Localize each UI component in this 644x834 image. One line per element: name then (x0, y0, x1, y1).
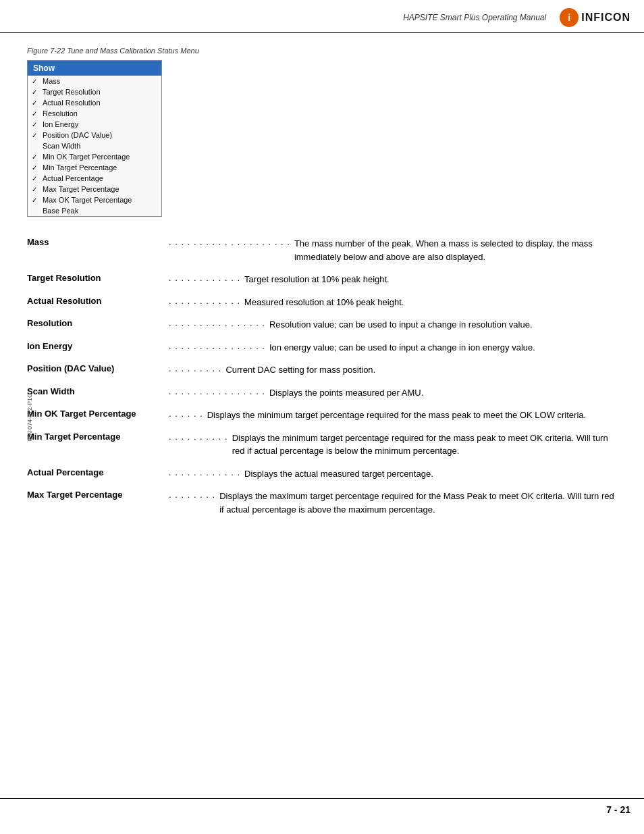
logo-text: INFICON (581, 11, 630, 24)
tune-calibration-menu: Show ✓Mass✓Target Resolution✓Actual Reso… (27, 60, 162, 217)
desc-term: Mass (27, 237, 169, 247)
menu-item[interactable]: ✓Position (DAC Value) (28, 130, 161, 140)
description-row: Actual Resolution . . . . . . . . . . . … (27, 296, 617, 309)
desc-term: Min OK Target Percentage (27, 409, 169, 419)
menu-item[interactable]: ✓Ion Energy (28, 119, 161, 130)
menu-item[interactable]: ✓Resolution (28, 108, 161, 119)
desc-term: Position (DAC Value) (27, 363, 169, 373)
desc-definition: Displays the points measured per AMU. (265, 386, 617, 400)
descriptions-container: Mass . . . . . . . . . . . . . . . . . .… (27, 237, 617, 516)
main-content: Figure 7-22 Tune and Mass Calibration St… (0, 33, 644, 539)
page-number: 7 - 21 (606, 804, 630, 815)
desc-term: Actual Percentage (27, 467, 169, 477)
desc-dots: . . . . . . . . . . . . (169, 467, 240, 477)
page-footer: 7 - 21 (0, 798, 644, 820)
description-row: Ion Energy . . . . . . . . . . . . . . .… (27, 341, 617, 355)
desc-dots: . . . . . . . . . . . . . . . . (169, 386, 265, 396)
desc-term: Resolution (27, 318, 169, 328)
desc-definition: Displays the minimum target percentage r… (203, 409, 617, 422)
desc-dots: . . . . . . . . . . . . (169, 273, 240, 283)
desc-definition: Measured resolution at 10% peak height. (240, 296, 617, 309)
sidebar-label: IPN 074-472-P1C (26, 393, 33, 441)
description-row: Mass . . . . . . . . . . . . . . . . . .… (27, 237, 617, 263)
description-row: Min OK Target Percentage . . . . . . Dis… (27, 409, 617, 422)
document-title: HAPSITE Smart Plus Operating Manual (403, 13, 546, 22)
description-row: Scan Width . . . . . . . . . . . . . . .… (27, 386, 617, 400)
desc-dots: . . . . . . . . . . . . (169, 296, 240, 306)
desc-term: Max Target Percentage (27, 490, 169, 500)
desc-definition: Ion energy value; can be used to input a… (265, 341, 617, 355)
desc-definition: Resolution value; can be used to input a… (265, 318, 617, 332)
menu-item[interactable]: ✓Scan Width (28, 140, 161, 151)
desc-term: Actual Resolution (27, 296, 169, 306)
description-row: Actual Percentage . . . . . . . . . . . … (27, 467, 617, 481)
desc-definition: Displays the maximum target percentage r… (215, 490, 617, 516)
desc-dots: . . . . . . . . . . . . . . . . (169, 341, 265, 351)
menu-items: ✓Mass✓Target Resolution✓Actual Resolutio… (28, 76, 161, 216)
description-row: Min Target Percentage . . . . . . . . . … (27, 432, 617, 458)
menu-item[interactable]: ✓Min OK Target Percentage (28, 151, 161, 162)
description-row: Resolution . . . . . . . . . . . . . . .… (27, 318, 617, 332)
menu-item[interactable]: ✓Actual Percentage (28, 173, 161, 184)
menu-item[interactable]: ✓Target Resolution (28, 86, 161, 97)
logo-icon: i (560, 8, 579, 27)
description-row: Max Target Percentage . . . . . . . . Di… (27, 490, 617, 516)
desc-definition: Displays the minimum target percentage r… (228, 432, 617, 458)
company-logo: i INFICON (560, 8, 630, 27)
desc-definition: Displays the actual measured target perc… (240, 467, 617, 481)
desc-dots: . . . . . . . . (169, 490, 215, 500)
menu-item[interactable]: ✓Max OK Target Percentage (28, 194, 161, 205)
desc-dots: . . . . . . . . . (169, 363, 221, 373)
desc-term: Scan Width (27, 386, 169, 396)
menu-item[interactable]: ✓Base Peak (28, 205, 161, 216)
description-row: Target Resolution . . . . . . . . . . . … (27, 273, 617, 286)
desc-dots: . . . . . . . . . . (169, 432, 228, 442)
menu-item[interactable]: ✓Mass (28, 76, 161, 86)
desc-definition: Target resolution at 10% peak height. (240, 273, 617, 286)
menu-item[interactable]: ✓Max Target Percentage (28, 184, 161, 194)
menu-item[interactable]: ✓Min Target Percentage (28, 162, 161, 173)
desc-definition: The mass number of the peak. When a mass… (290, 237, 617, 263)
desc-definition: Current DAC setting for mass position. (221, 363, 617, 377)
desc-term: Target Resolution (27, 273, 169, 283)
figure-caption: Figure 7-22 Tune and Mass Calibration St… (27, 47, 617, 55)
menu-header: Show (28, 61, 161, 76)
desc-dots: . . . . . . . . . . . . . . . . (169, 318, 265, 328)
desc-dots: . . . . . . (169, 409, 203, 419)
page-header: HAPSITE Smart Plus Operating Manual i IN… (0, 0, 644, 33)
menu-item[interactable]: ✓Actual Resolution (28, 97, 161, 108)
description-row: Position (DAC Value) . . . . . . . . . C… (27, 363, 617, 377)
desc-term: Ion Energy (27, 341, 169, 351)
desc-dots: . . . . . . . . . . . . . . . . . . . . (169, 237, 290, 247)
desc-term: Min Target Percentage (27, 432, 169, 442)
